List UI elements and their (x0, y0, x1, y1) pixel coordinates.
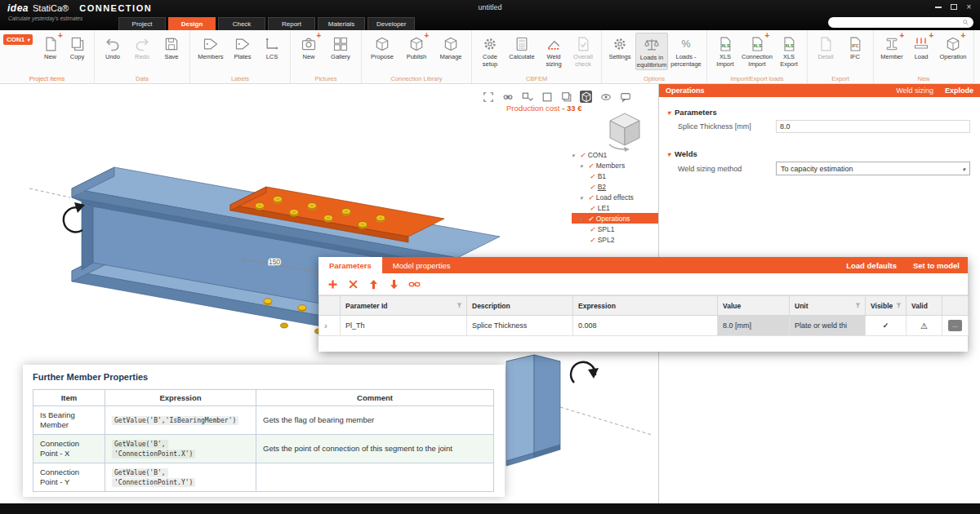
beam-b2-end[interactable] (506, 355, 560, 466)
tab-check[interactable]: Check (218, 17, 265, 30)
column-expression[interactable]: Expression (573, 296, 718, 316)
tab-developer[interactable]: Developer (368, 17, 415, 30)
tree-item-members[interactable]: Members (572, 160, 658, 171)
close-button[interactable] (964, 2, 974, 11)
loads-in-equilibrium-toggle[interactable]: Loads in equilibrium (635, 33, 668, 70)
expander-caret-icon[interactable] (580, 162, 586, 170)
gallery-button[interactable]: Gallery (324, 33, 357, 62)
code-setup-button[interactable]: Code setup (476, 33, 504, 69)
new-load-button[interactable]: Load (907, 33, 935, 62)
tree-item-b2[interactable]: B2 (572, 181, 658, 192)
overall-check-button[interactable]: Overall check (569, 33, 597, 69)
tree-item-spl2[interactable]: SPL2 (572, 234, 658, 245)
selection-mode-dropdown[interactable] (521, 91, 533, 103)
filter-icon[interactable] (456, 302, 463, 309)
checked-icon (588, 193, 594, 202)
copy-project-item-button[interactable]: Copy (65, 33, 90, 62)
tab-parameters[interactable]: Parameters (318, 257, 382, 273)
chevron-down-icon (667, 108, 670, 117)
search-box[interactable] (828, 17, 973, 28)
cell-unit[interactable]: Plate or weld thi (790, 316, 866, 336)
solid-view-icon[interactable] (580, 91, 592, 103)
visibility-icon[interactable] (599, 91, 612, 103)
explode-action[interactable]: Explode (945, 86, 973, 95)
tab-materials[interactable]: Materials (318, 17, 365, 30)
propose-button[interactable]: Propose (366, 33, 399, 62)
labels-lcs-button[interactable]: LCS (258, 33, 286, 62)
more-options-button[interactable]: ... (948, 320, 962, 331)
gear-icon (481, 35, 499, 53)
bolt (342, 208, 351, 215)
maximize-button[interactable] (948, 2, 959, 11)
column-parameter-id[interactable]: Parameter Id (341, 296, 467, 316)
export-ifc-button[interactable]: IFC (841, 33, 869, 62)
move-down-button[interactable] (387, 277, 401, 291)
xls-import-button[interactable]: XLS Import (711, 33, 739, 69)
tree-item-con1[interactable]: CON1 (572, 149, 658, 160)
tree-item-load-effects[interactable]: Load effects (572, 192, 658, 202)
cell-expression[interactable]: 0.008 (573, 316, 718, 336)
redo-button[interactable]: Redo (128, 33, 156, 62)
section-parameters[interactable]: Parameters (667, 108, 972, 117)
weld-sizing-action[interactable]: Weld sizing (896, 86, 933, 95)
copy-view-icon[interactable] (560, 91, 572, 103)
link-parameter-button[interactable] (408, 277, 421, 291)
export-detail-button[interactable]: Detail (812, 33, 840, 62)
load-defaults-button[interactable]: Load defaults (838, 257, 905, 273)
expander-caret-icon[interactable] (580, 193, 586, 202)
new-project-item-button[interactable]: New (38, 33, 63, 62)
weld-sizing-method-select[interactable]: To capacity estimation (776, 162, 970, 175)
search-input[interactable] (832, 18, 962, 27)
cell-item: Connection Point - X (33, 434, 105, 463)
column-unit[interactable]: Unit (790, 296, 866, 316)
tab-design[interactable]: Design (168, 17, 216, 30)
calculate-button[interactable]: Calculate (506, 33, 538, 62)
tree-item-operations[interactable]: Operations (572, 213, 658, 224)
link-views-icon[interactable] (501, 91, 514, 103)
expander-caret-icon[interactable] (572, 151, 577, 159)
new-operation-button[interactable]: Operation (937, 33, 969, 62)
tree-item-b1[interactable]: B1 (572, 171, 658, 181)
tree-item-spl1[interactable]: SPL1 (572, 224, 658, 234)
labels-members-button[interactable]: Members (194, 33, 227, 62)
column-value[interactable]: Value (718, 296, 790, 316)
move-up-button[interactable] (367, 277, 381, 291)
row-expander[interactable] (319, 316, 341, 336)
tag-icon (234, 35, 252, 53)
connection-import-button[interactable]: Connection Import (741, 33, 773, 69)
loads-percentage-toggle[interactable]: Loads - percentage (670, 33, 702, 69)
add-parameter-button[interactable] (326, 277, 340, 291)
set-to-model-button[interactable]: Set to model (905, 257, 968, 273)
ribbon-group-new: Member Load Operation New (874, 30, 974, 83)
filter-icon[interactable] (854, 302, 862, 309)
column-description[interactable]: Description (467, 296, 573, 316)
current-connection-button[interactable]: CON1 (3, 34, 33, 45)
fit-view-icon[interactable] (482, 91, 494, 103)
column-visible[interactable]: Visible (866, 296, 906, 316)
splice-thickness-input[interactable] (776, 120, 970, 133)
manage-button[interactable]: Manage (434, 33, 467, 62)
minimize-button[interactable] (933, 2, 943, 11)
column-valid[interactable]: Valid (906, 296, 942, 316)
settings-button[interactable]: Settings (606, 33, 634, 62)
new-picture-button[interactable]: New (295, 33, 323, 62)
tree-item-le1[interactable]: LE1 (572, 202, 658, 213)
save-button[interactable]: Save (158, 33, 185, 62)
section-welds[interactable]: Welds (667, 149, 972, 158)
xls-export-button[interactable]: XLS Export (775, 33, 803, 69)
tab-model-properties[interactable]: Model properties (382, 257, 461, 273)
undo-button[interactable]: Undo (99, 33, 127, 62)
labels-plates-button[interactable]: Plates (229, 33, 256, 62)
expander-caret-icon[interactable] (580, 215, 586, 223)
delete-parameter-button[interactable] (346, 277, 360, 291)
comments-icon[interactable] (619, 91, 631, 103)
tab-report[interactable]: Report (268, 17, 315, 30)
parameter-row[interactable]: Pl_Th Splice Thickness 0.008 8.0 [mm] Pl… (319, 316, 969, 336)
new-member-button[interactable]: Member (878, 33, 906, 62)
weld-sizing-button[interactable]: Weld sizing (540, 33, 568, 69)
tab-project[interactable]: Project (118, 17, 166, 30)
cell-visible-check[interactable]: ✓ (866, 316, 906, 336)
publish-button[interactable]: Publish (400, 33, 433, 62)
wireframe-view-icon[interactable] (541, 91, 553, 103)
filter-icon[interactable] (895, 302, 902, 309)
